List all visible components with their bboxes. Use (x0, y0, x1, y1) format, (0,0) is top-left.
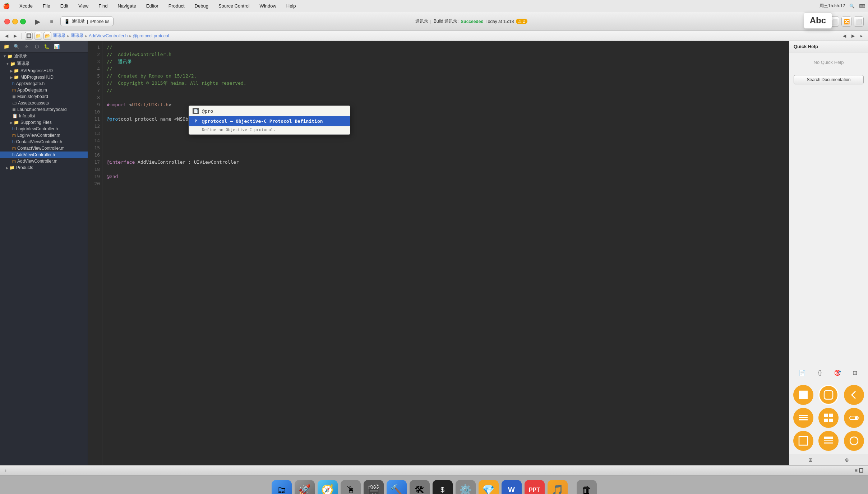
menu-window[interactable]: Window (258, 3, 278, 9)
ui-element-rounded-btn[interactable] (818, 385, 839, 405)
sidebar-item-loginvc-h[interactable]: h LoginViewController.h (0, 126, 88, 132)
dock-word[interactable]: W (502, 480, 522, 494)
file-inspector-icon[interactable]: 📄 (797, 368, 807, 378)
file-m-icon: m (12, 159, 16, 164)
code-content[interactable]: // // AddViewController.h // 通讯录 // // C… (102, 41, 789, 465)
breakpoints-toggle[interactable]: 🔀 (841, 17, 851, 27)
traffic-close[interactable] (4, 19, 10, 24)
traffic-maximize[interactable] (20, 19, 26, 24)
sidebar-item-loginvc-m[interactable]: m LoginViewController.m (0, 132, 88, 139)
nav-back-btn[interactable]: ◀ (3, 32, 10, 39)
sidebar-report-icon[interactable]: 📊 (53, 43, 60, 50)
navigator-icon[interactable]: 🔲 (25, 32, 33, 40)
file-icon[interactable]: 📁 (34, 32, 42, 40)
menu-source-control[interactable]: Source Control (216, 3, 252, 9)
sidebar-item-appdelegate-h[interactable]: h AppDelegate.h (0, 80, 88, 87)
sidebar-debug-icon[interactable]: 🐛 (43, 43, 50, 50)
nav-forward-btn[interactable]: ▶ (11, 32, 19, 39)
autocomplete-item-protocol[interactable]: P @protocol – Objective-C Protocol Defin… (189, 116, 350, 126)
dock-finder[interactable]: 🗂 (272, 480, 292, 494)
ui-element-toggle-btn[interactable] (844, 408, 864, 428)
dock-mouse[interactable]: 🖱 (341, 480, 361, 494)
breadcrumb-item-2[interactable]: 通讯录 (71, 33, 84, 39)
sidebar-warning-icon[interactable]: ⚠ (23, 43, 30, 50)
add-file-button[interactable]: + (4, 468, 7, 474)
right-panel-adjust-icon[interactable]: ⊛ (842, 455, 852, 465)
nav-next-issue[interactable]: ▶ (849, 32, 857, 39)
menu-navigate[interactable]: Navigate (115, 3, 138, 9)
ui-element-square2-btn[interactable] (793, 431, 813, 451)
sidebar-item-main-storyboard[interactable]: ◼ Main.storyboard (0, 93, 88, 100)
apple-menu[interactable]: 🍎 (3, 3, 10, 9)
sidebar-item-mbprogress[interactable]: ▶ 📁 MBProgressHUD (0, 74, 88, 80)
menu-find[interactable]: Find (96, 3, 110, 9)
menu-debug[interactable]: Debug (193, 3, 211, 9)
sidebar-item-svprogress[interactable]: ▶ 📁 SVProgressHUD (0, 67, 88, 74)
scheme-selector[interactable]: 📱 通讯录 | iPhone 6s (60, 17, 114, 26)
breadcrumb-item-4[interactable]: @protocol protocol (133, 33, 169, 38)
menu-view[interactable]: View (76, 3, 91, 9)
dock-trash[interactable]: 🗑 (577, 480, 597, 494)
traffic-minimize[interactable] (12, 19, 18, 24)
sidebar-item-supporting[interactable]: ▶ 📁 Supporting Files (0, 119, 88, 126)
nav-more[interactable]: ▸ (858, 32, 865, 39)
menu-file[interactable]: File (41, 3, 52, 9)
menu-xcode[interactable]: Xcode (17, 3, 35, 9)
sidebar-item-products[interactable]: ▶ 📁 Products (0, 164, 88, 171)
ui-element-chevron-btn[interactable] (844, 385, 864, 405)
scheme-name: 通讯录 (72, 18, 85, 24)
sidebar-item-contactvc-m[interactable]: m ContactViewController.m (0, 145, 88, 152)
menu-help[interactable]: Help (284, 3, 298, 9)
stop-button[interactable]: ■ (46, 16, 57, 27)
dock-music[interactable]: 🎵 (548, 480, 568, 494)
menubar-input-icon[interactable]: ⌨ (859, 4, 865, 9)
menu-editor[interactable]: Editor (144, 3, 161, 9)
sidebar-item-assets[interactable]: 🗃 Assets.xcassets (0, 100, 88, 106)
dock-hammer[interactable]: 🛠 (410, 480, 430, 494)
dock-sketch[interactable]: 💎 (479, 480, 499, 494)
sidebar-item-addvc-m[interactable]: m AddViewController.m (0, 158, 88, 164)
dock-terminal[interactable]: $ (433, 480, 453, 494)
ui-element-list-btn[interactable] (793, 408, 813, 428)
nav-prev-issue[interactable]: ◀ (841, 32, 848, 39)
breadcrumb-nav-icon[interactable]: 📂 (43, 32, 51, 40)
sidebar-test-icon[interactable]: ⬡ (33, 43, 40, 50)
menu-edit[interactable]: Edit (58, 3, 70, 9)
menubar-search-icon[interactable]: 🔍 (849, 4, 855, 9)
attributes-inspector-icon[interactable]: ⊞ (850, 368, 860, 378)
ui-element-grid-btn[interactable] (818, 408, 839, 428)
breadcrumb-item-3[interactable]: AddViewController.h (89, 33, 128, 38)
svg-rect-14 (824, 442, 833, 444)
sidebar-item-appdelegate-m[interactable]: m AppDelegate.m (0, 87, 88, 93)
identity-inspector-icon[interactable]: 🎯 (832, 368, 842, 378)
breadcrumb-item-1[interactable]: 通讯录 (53, 33, 66, 39)
dock-footage[interactable]: 🎬 (364, 480, 384, 494)
quick-help-icon[interactable]: {} (815, 368, 825, 378)
sidebar-folder-icon[interactable]: 📁 (3, 43, 10, 50)
sidebar-item-addvc-h[interactable]: h AddViewController.h (0, 152, 88, 158)
dock-xcode[interactable]: 🔨 (387, 480, 407, 494)
sidebar-item-contactvc-h[interactable]: h ContactViewController.h (0, 139, 88, 145)
sidebar-item-subgroup[interactable]: ▼ 📁 通讯录 (0, 60, 88, 67)
autocomplete-popup[interactable]: 📄 @pro P @protocol – Objective-C Protoco… (189, 106, 350, 135)
sidebar-item-info-plist[interactable]: 📋 Info.plist (0, 113, 88, 119)
ui-element-circle-btn[interactable] (844, 431, 864, 451)
sidebar-item-launchscreen[interactable]: ◼ LaunchScreen.storyboard (0, 106, 88, 113)
dock-safari[interactable]: 🧭 (318, 480, 338, 494)
autocomplete-item-pro[interactable]: 📄 @pro (189, 106, 350, 116)
dock-settings[interactable]: ⚙️ (456, 480, 476, 494)
file-h-icon: h (12, 139, 15, 144)
dock-ppt[interactable]: PPT (525, 480, 545, 494)
dock-launchpad[interactable]: 🚀 (295, 480, 315, 494)
sidebar-search-icon[interactable]: 🔍 (13, 43, 20, 50)
run-button[interactable]: ▶ (32, 16, 43, 27)
sidebar-item-root[interactable]: ▼ 📁 通讯录 (0, 52, 88, 60)
code-editor[interactable]: 12345 678910 1112131415 1617181920 // //… (88, 41, 789, 465)
menu-product[interactable]: Product (166, 3, 187, 9)
ui-element-square-btn[interactable] (793, 385, 813, 405)
search-documentation-button[interactable]: Search Documentation (794, 75, 864, 84)
right-panel-grid-icon[interactable]: ⊞ (805, 455, 816, 465)
ui-element-table-btn[interactable] (818, 431, 839, 451)
utilities-toggle[interactable]: ⬜ (854, 17, 864, 27)
autocomplete-label: @pro (202, 108, 213, 114)
